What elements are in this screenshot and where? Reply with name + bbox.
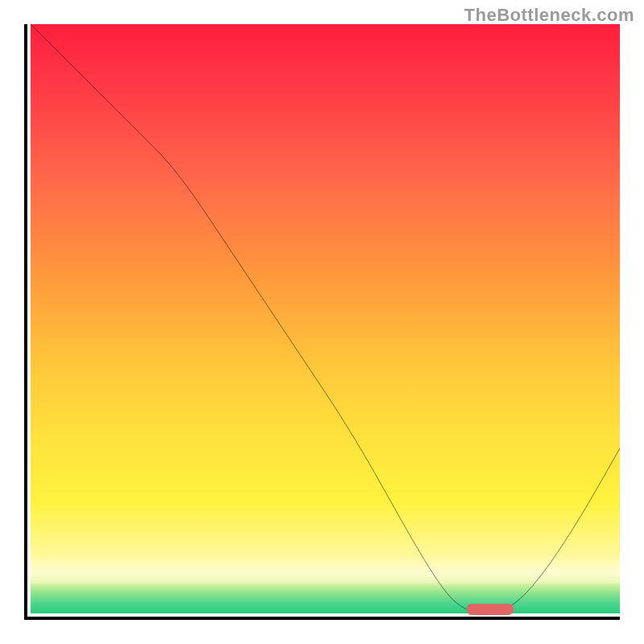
- bottleneck-curve-path: [31, 24, 620, 613]
- plot-area: [24, 24, 620, 620]
- bottleneck-chart: TheBottleneck.com: [0, 0, 644, 644]
- optimal-range-marker: [466, 604, 514, 615]
- watermark-text: TheBottleneck.com: [464, 5, 634, 26]
- curve-svg: [31, 24, 620, 613]
